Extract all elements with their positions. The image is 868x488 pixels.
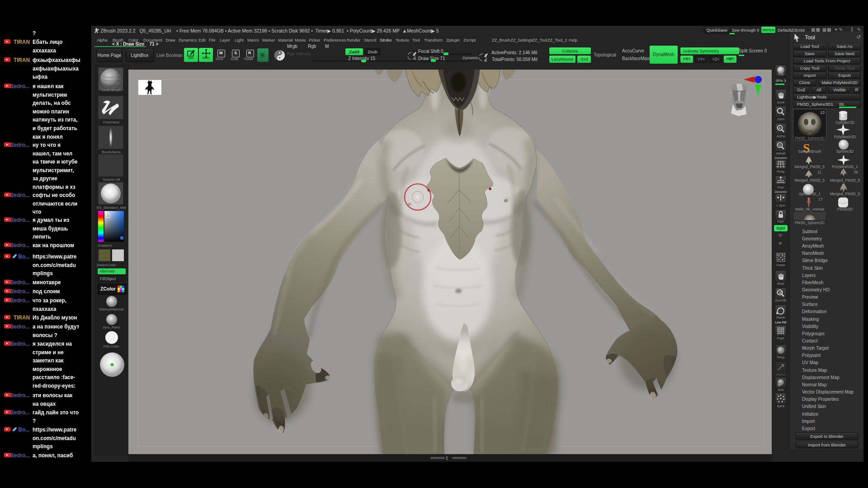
svg-text:6: 6 bbox=[414, 57, 416, 61]
svg-text:6: 6 bbox=[485, 58, 487, 62]
svg-text:3D: 3D bbox=[779, 291, 783, 294]
svg-text:A: A bbox=[778, 127, 781, 130]
svg-text:½: ½ bbox=[778, 144, 781, 147]
